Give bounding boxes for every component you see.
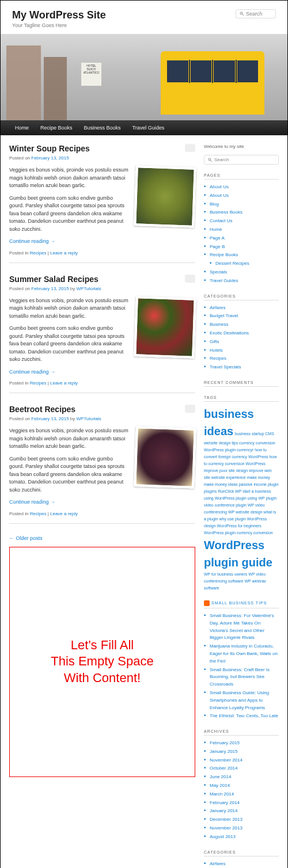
widget-title: CATEGORIES <box>204 850 279 856</box>
post-excerpt: Veggies es bonus vobis, proinde vos post… <box>9 166 129 190</box>
comment-bubble-icon[interactable] <box>185 144 195 152</box>
post-meta: Posted on February 13, 2015 by WPTutoria… <box>9 286 195 291</box>
rss-item-link[interactable]: The Ethicist: Two Cents, Too Late <box>210 713 278 718</box>
comment-bubble-icon[interactable] <box>185 405 195 413</box>
post-excerpt: Veggies es bonus vobis, proinde vos post… <box>9 297 129 321</box>
post: Summer Salad Recipes Posted on February … <box>9 275 195 394</box>
nav-home[interactable]: Home <box>9 125 35 131</box>
archive-link[interactable]: January 2014 <box>210 808 237 813</box>
rss-icon[interactable] <box>204 600 210 606</box>
category-link[interactable]: Recipes <box>30 250 47 256</box>
widget-archives: ARCHIVES February 2015January 2015Novemb… <box>204 729 279 842</box>
category-link[interactable]: Business <box>210 322 228 327</box>
older-posts-link[interactable]: ← Older posts <box>9 535 195 541</box>
post-date-link[interactable]: February 13, 2015 <box>31 416 69 421</box>
widget-title: RECENT COMMENTS <box>204 380 279 387</box>
welcome-text: Welcome to my site <box>204 144 279 149</box>
post-image[interactable] <box>134 296 196 359</box>
page-link[interactable]: Travel Guides <box>210 278 238 283</box>
search-icon <box>208 158 213 162</box>
category-link[interactable]: Travel Specials <box>210 364 241 370</box>
category-link[interactable]: Exotic Destinations <box>210 330 249 336</box>
post-image[interactable] <box>134 426 196 489</box>
post-excerpt: Veggies es bonus vobis, proinde vos post… <box>9 427 129 451</box>
widget-rss: SMALL BUSINESS TIPS Small Business: For … <box>204 600 279 721</box>
archive-link[interactable]: January 2015 <box>210 749 237 754</box>
post: Beetroot Recipes Posted on February 13, … <box>9 405 195 524</box>
archive-link[interactable]: October 2014 <box>210 766 237 771</box>
svg-point-0 <box>240 12 242 14</box>
archive-link[interactable]: November 2013 <box>210 825 242 831</box>
nav-recipe-books[interactable]: Recipe Books <box>35 125 78 131</box>
empty-space-callout: Let's Fill All This Empty Space With Con… <box>9 547 195 777</box>
widget-recent-comments: RECENT COMMENTS <box>204 380 279 387</box>
tag-cloud[interactable]: business startup CMS website design tips… <box>204 432 279 535</box>
nav-business-books[interactable]: Business Books <box>78 125 127 131</box>
archive-link[interactable]: August 2013 <box>210 834 236 839</box>
post-meta: Posted on February 13, 2015 by WPTutoria… <box>9 416 195 421</box>
svg-line-3 <box>211 160 213 162</box>
tag-link[interactable]: WordPress plugin guide <box>204 539 272 569</box>
continue-reading-link[interactable]: Continue reading → <box>9 238 55 244</box>
leave-reply-link[interactable]: Leave a reply <box>50 250 78 256</box>
widget-title: TAGS <box>204 395 279 402</box>
category-link[interactable]: Airfares <box>210 305 226 310</box>
archive-link[interactable]: February 2015 <box>210 740 240 745</box>
post-title[interactable]: Beetroot Recipes <box>9 405 195 414</box>
svg-point-2 <box>209 158 211 161</box>
svg-line-1 <box>242 14 244 16</box>
page-link[interactable]: Contact Us <box>210 218 233 223</box>
archive-link[interactable]: May 2014 <box>210 783 230 788</box>
rss-title-link[interactable]: SMALL BUSINESS TIPS <box>211 601 267 605</box>
search-icon <box>240 12 244 16</box>
post-excerpt: Gumbo beet greens corn soko endive gumbo… <box>9 195 129 234</box>
rss-item-link[interactable]: Small Business: For Valentine's Day, Ado… <box>210 613 274 640</box>
category-link[interactable]: Gifts <box>210 339 219 344</box>
archive-link[interactable]: February 2014 <box>210 800 240 805</box>
widget-title: SMALL BUSINESS TIPS <box>204 600 279 608</box>
tag-cloud[interactable]: WP for business owners WP video conferen… <box>204 572 266 590</box>
category-link[interactable]: Recipes <box>210 356 226 361</box>
nav-travel-guides[interactable]: Travel Guides <box>127 125 170 131</box>
archive-link[interactable]: November 2014 <box>210 757 242 763</box>
rss-item-link[interactable]: Small Business: Craft Beer Is Booming, b… <box>210 667 270 687</box>
rss-item-link[interactable]: Small Business Guide: Using Smartphones … <box>210 690 269 710</box>
rss-item-link[interactable]: Marijuana Industry in Colorado, Eager fo… <box>210 644 278 664</box>
post-title[interactable]: Winter Soup Recipes <box>9 144 195 153</box>
page-link[interactable]: Page B <box>210 244 225 249</box>
widget-categories-2: CATEGORIES AirfaresBudget TravelBusiness… <box>204 850 279 868</box>
post-image[interactable] <box>134 165 196 228</box>
page-link[interactable]: Specials <box>210 269 227 275</box>
page-link[interactable]: Blog <box>210 201 219 207</box>
post-excerpt: Gumbo beet greens corn soko endive gumbo… <box>9 455 129 494</box>
page-link[interactable]: Home <box>210 227 222 232</box>
archive-link[interactable]: December 2013 <box>210 817 242 822</box>
page-link[interactable]: About Us <box>210 184 229 189</box>
sidebar-search-input[interactable]: Search <box>204 155 279 165</box>
comment-bubble-icon[interactable] <box>185 275 195 283</box>
archive-link[interactable]: March 2014 <box>210 791 234 797</box>
leave-reply-link[interactable]: Leave a reply <box>50 380 78 386</box>
category-link[interactable]: Hotels <box>210 348 223 353</box>
post-date-link[interactable]: February 13, 2015 <box>31 155 69 161</box>
category-link[interactable]: Budget Travel <box>210 313 238 318</box>
page-link[interactable]: Business Books <box>210 210 242 215</box>
continue-reading-link[interactable]: Continue reading → <box>9 499 55 505</box>
author-link[interactable]: WPTutorials <box>77 416 101 421</box>
continue-reading-link[interactable]: Continue reading → <box>9 369 55 375</box>
category-link[interactable]: Recipes <box>30 511 47 516</box>
author-link[interactable]: WPTutorials <box>77 286 101 291</box>
page-link[interactable]: Page A <box>210 235 225 241</box>
leave-reply-link[interactable]: Leave a reply <box>50 511 78 516</box>
category-link[interactable]: Recipes <box>30 380 47 386</box>
page-link[interactable]: Recipe Books <box>210 252 238 257</box>
widget-pages: PAGES About Us About Us Blog Business Bo… <box>204 173 279 285</box>
post-date-link[interactable]: February 13, 2015 <box>31 286 69 291</box>
page-link[interactable]: Dessert Recipes <box>215 261 249 266</box>
archive-link[interactable]: June 2014 <box>210 774 231 779</box>
post-title[interactable]: Summer Salad Recipes <box>9 275 195 284</box>
category-link[interactable]: Airfares <box>210 861 226 866</box>
page-link[interactable]: About Us <box>210 193 229 198</box>
post-excerpt: Gumbo beet greens corn soko endive gumbo… <box>9 325 129 364</box>
header-search-input[interactable]: Search <box>236 9 276 18</box>
